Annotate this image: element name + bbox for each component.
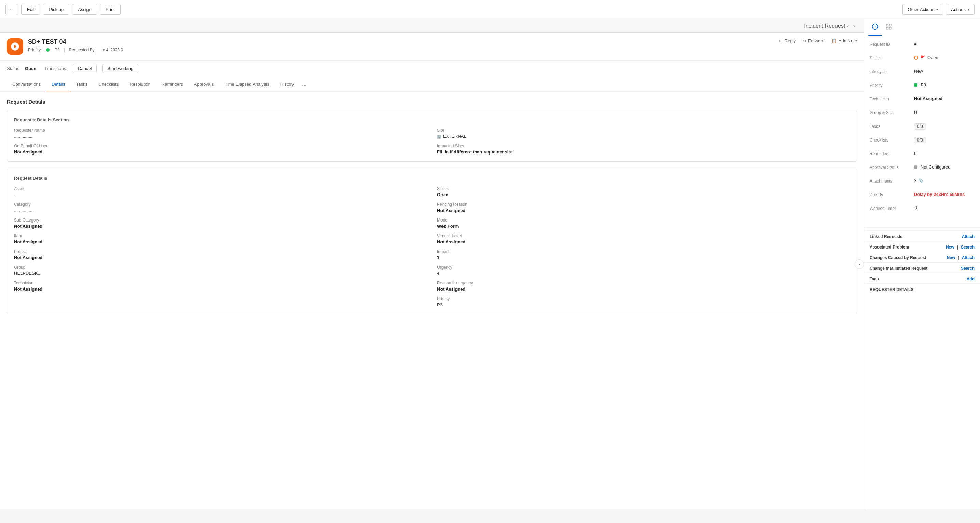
rp-field-attachments: Attachments3 📎 — [870, 178, 975, 188]
tab-history[interactable]: History — [275, 78, 299, 92]
field-label: Priority — [437, 297, 850, 301]
ticket-meta: Priority: P3 | Requested By c 4, 2023 0 — [28, 48, 779, 52]
rp-field-priority: PriorityP3 — [870, 82, 975, 92]
field-label: Mode — [437, 218, 850, 223]
tab-tasks[interactable]: Tasks — [71, 78, 93, 92]
forward-button[interactable]: ↪ Forward — [803, 38, 824, 43]
changes-caused-new[interactable]: New — [947, 255, 955, 260]
transitions-label: Transitions: — [45, 66, 67, 71]
rp-label: Worklog Timer — [870, 206, 914, 211]
associated-problem-search[interactable]: Search — [961, 245, 975, 250]
field-value: Not Assigned — [14, 287, 427, 292]
rp-label: Status — [870, 55, 914, 61]
field-label: Asset — [14, 186, 427, 191]
start-working-button[interactable]: Start working — [102, 64, 138, 73]
field-value: P3 — [437, 302, 850, 307]
rp-value: # — [914, 41, 975, 46]
rp-label: Due By — [870, 192, 914, 197]
cancel-transition-button[interactable]: Cancel — [73, 64, 97, 73]
changes-caused-attach[interactable]: Attach — [962, 255, 975, 260]
requester-field-requester-name: Requester Name............... — [14, 128, 427, 139]
right-panel-tabs — [864, 19, 980, 36]
rp-tab-grid[interactable] — [882, 19, 896, 36]
prev-ticket-button[interactable]: ‹ — [845, 22, 851, 30]
svg-rect-1 — [886, 24, 888, 26]
field-label: Group — [14, 265, 427, 270]
rp-value: 0 — [914, 151, 975, 156]
svg-rect-4 — [889, 27, 891, 29]
add-note-button[interactable]: 📋 Add Note — [831, 38, 857, 43]
requester-field-on-behalf-of-user: On Behalf Of UserNot Assigned — [14, 144, 427, 155]
rp-field-reminders: Reminders0 — [870, 151, 975, 160]
field-value: Fill in if different than requester site — [437, 149, 850, 155]
rp-value: Not Assigned — [914, 96, 975, 101]
tags-label: Tags — [870, 277, 879, 281]
request-fields-grid: Asset-StatusOpenCategory... ............… — [14, 186, 850, 307]
print-button[interactable]: Print — [100, 4, 121, 15]
collapse-panel-button[interactable]: › — [854, 260, 864, 269]
field-label: Sub Category — [14, 218, 427, 223]
requester-details-label: REQUESTER DETAILS — [870, 287, 913, 292]
field-value: 1 — [437, 255, 850, 260]
tab-conversations[interactable]: Conversations — [7, 78, 46, 92]
status-open-value: Open — [25, 66, 36, 71]
toolbar: ← Edit Pick up Assign Print Other Action… — [0, 0, 980, 19]
rp-field-life-cycle: Life cycleNew — [870, 69, 975, 78]
back-button[interactable]: ← — [5, 4, 19, 15]
request-field-category: Category... ............ — [14, 202, 427, 213]
field-label: Status — [437, 186, 850, 191]
tab-time_elapsed[interactable]: Time Elapsed Analysis — [219, 78, 274, 92]
tab-checklists[interactable]: Checklists — [93, 78, 124, 92]
pickup-button[interactable]: Pick up — [43, 4, 69, 15]
tab-approvals[interactable]: Approvals — [189, 78, 220, 92]
rp-value: Not Configured — [914, 164, 975, 169]
tab-reminders[interactable]: Reminders — [156, 78, 189, 92]
actions-button[interactable]: Actions ▾ — [946, 4, 975, 15]
tab-details[interactable]: Details — [46, 78, 71, 92]
tabs-bar: ConversationsDetailsTasksChecklistsResol… — [0, 77, 864, 92]
rp-value: 3 📎 — [914, 178, 975, 183]
requester-field-impacted-sites: Impacted SitesFill in if different than … — [437, 144, 850, 155]
chevron-down-icon: ▾ — [936, 8, 938, 11]
changes-caused-label: Changes Caused by Request — [870, 255, 926, 260]
rp-field-status: Status🚩 Open — [870, 55, 975, 65]
rp-value: ⏱ — [914, 206, 975, 212]
rp-label: Reminders — [870, 151, 914, 156]
requester-details-section: Requester Details Section Requester Name… — [7, 110, 857, 162]
field-value: Not Assigned — [437, 239, 850, 244]
linked-requests-attach[interactable]: Attach — [962, 234, 975, 239]
rp-tab-ticket[interactable] — [868, 19, 882, 36]
next-ticket-button[interactable]: › — [851, 22, 857, 30]
attachment-icon: 📎 — [918, 179, 924, 183]
tab-resolution[interactable]: Resolution — [124, 78, 156, 92]
requested-by-label: Requested By — [69, 48, 94, 52]
edit-button[interactable]: Edit — [21, 4, 40, 15]
field-value: Web Form — [437, 223, 850, 229]
meta-separator: | — [64, 48, 65, 52]
site-icon: 🏢 — [437, 134, 443, 139]
tabs-more-button[interactable]: ... — [299, 77, 309, 91]
request-field-status: StatusOpen — [437, 186, 850, 197]
rp-field-checklists: Checklists0/0 — [870, 137, 975, 147]
associated-problem-new[interactable]: New — [946, 245, 955, 250]
other-actions-button[interactable]: Other Actions ▾ — [902, 4, 943, 15]
field-value: Not Assigned — [437, 287, 850, 292]
rp-label: Group & Site — [870, 110, 914, 115]
note-icon: 📋 — [831, 38, 837, 43]
rp-field-group-site: Group & SiteH — [870, 110, 975, 119]
request-field-impact: Impact1 — [437, 249, 850, 260]
change-initiated-search[interactable]: Search — [961, 266, 975, 271]
field-value: ... ............ — [14, 208, 427, 213]
timer-icon[interactable]: ⏱ — [914, 206, 920, 212]
tags-add[interactable]: Add — [967, 277, 975, 281]
ticket-title: SD+ TEST 04 — [28, 38, 779, 45]
reply-button[interactable]: ↩ Reply — [779, 38, 796, 43]
priority-value: P3 — [55, 48, 60, 52]
assign-button[interactable]: Assign — [72, 4, 97, 15]
request-field-technician: TechnicianNot Assigned — [14, 281, 427, 292]
request-field-empty — [14, 297, 427, 307]
associated-problem-label: Associated Problem — [870, 245, 909, 250]
ticket-header: SD+ TEST 04 Priority: P3 | Requested By … — [0, 33, 864, 61]
field-value: 4 — [437, 271, 850, 276]
approval-status-indicator — [914, 166, 918, 169]
